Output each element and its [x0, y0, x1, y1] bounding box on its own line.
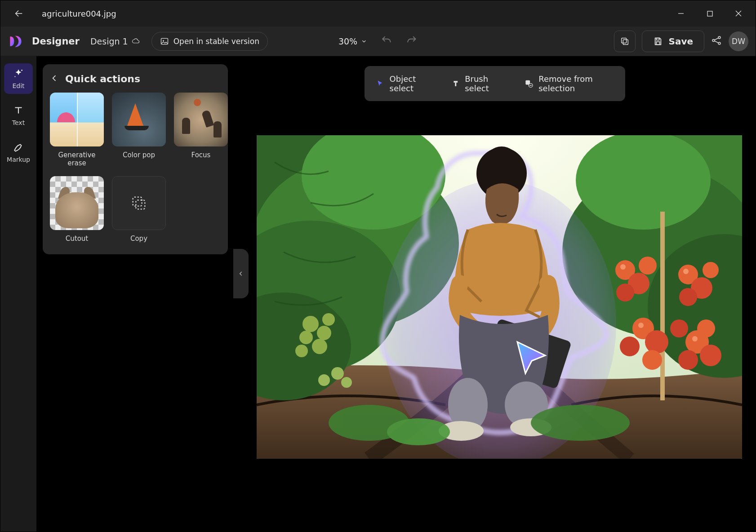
close-button[interactable]	[724, 0, 753, 27]
svg-point-12	[718, 42, 720, 44]
brush-select-button[interactable]: Brush select	[443, 69, 514, 98]
quick-actions-grid: Generative erase Color pop Focus	[50, 93, 221, 243]
action-generative-erase[interactable]: Generative erase	[50, 93, 104, 167]
avatar-initials: DW	[732, 37, 745, 46]
svg-point-53	[700, 345, 721, 366]
svg-point-60	[692, 336, 698, 341]
svg-rect-15	[136, 200, 145, 209]
svg-point-49	[645, 330, 668, 354]
svg-rect-16	[133, 197, 142, 206]
minimize-button[interactable]	[667, 0, 695, 27]
design-label: Design 1	[90, 36, 128, 46]
cursor-icon	[376, 79, 384, 89]
back-button[interactable]	[12, 7, 26, 20]
rail-label: Edit	[12, 82, 24, 89]
selection-toolbar: Object select Brush select Remove from s…	[365, 66, 625, 101]
quick-actions-panel: Quick actions Generative erase Color pop	[43, 64, 228, 254]
zoom-control[interactable]: 30%	[338, 36, 367, 46]
sparkle-icon	[13, 68, 24, 80]
svg-rect-6	[623, 40, 628, 44]
title-bar: agriculture004.jpg	[0, 0, 756, 27]
svg-rect-8	[657, 38, 659, 40]
open-stable-button[interactable]: Open in stable version	[151, 32, 268, 51]
svg-rect-7	[622, 38, 627, 43]
svg-point-28	[299, 331, 313, 344]
svg-point-10	[712, 39, 715, 41]
copy-button[interactable]	[614, 31, 636, 52]
maximize-button[interactable]	[695, 0, 724, 27]
svg-point-33	[318, 374, 330, 386]
object-select-button[interactable]: Object select	[367, 69, 441, 98]
svg-point-38	[576, 135, 711, 230]
left-rail: Edit Text Markup	[0, 56, 36, 532]
action-label: Focus	[191, 151, 211, 159]
image-icon	[160, 37, 169, 46]
action-color-pop[interactable]: Color pop	[112, 93, 166, 167]
svg-point-32	[331, 367, 344, 380]
svg-point-72	[531, 405, 630, 441]
toolbar-right: Save DW	[614, 31, 748, 52]
rail-item-markup[interactable]: Markup	[4, 137, 33, 168]
brush-icon	[452, 79, 460, 89]
user-avatar[interactable]: DW	[729, 31, 748, 51]
panel-title: Quick actions	[65, 73, 140, 84]
window-controls	[667, 0, 753, 27]
svg-point-50	[620, 337, 640, 356]
rail-label: Text	[12, 119, 25, 126]
rail-item-text[interactable]: Text	[4, 100, 33, 131]
svg-point-29	[312, 339, 327, 354]
design-name[interactable]: Design 1	[90, 36, 140, 46]
svg-point-58	[683, 269, 689, 274]
app-name: Designer	[32, 36, 80, 47]
svg-point-54	[678, 350, 698, 370]
svg-point-27	[317, 326, 331, 340]
file-name: agriculture004.jpg	[42, 9, 116, 18]
svg-point-30	[295, 345, 308, 357]
panel-collapse-button[interactable]	[233, 249, 249, 298]
redo-button[interactable]	[406, 35, 418, 48]
markup-icon	[13, 142, 24, 153]
action-focus[interactable]: Focus	[174, 93, 228, 167]
svg-point-55	[697, 319, 715, 337]
svg-point-14	[14, 76, 15, 77]
svg-rect-1	[707, 11, 712, 16]
svg-point-34	[341, 377, 352, 388]
svg-point-11	[718, 36, 720, 39]
sel-label: Remove from selection	[538, 74, 614, 93]
share-button[interactable]	[711, 35, 722, 48]
app-toolbar: Designer Design 1 Open in stable version…	[0, 27, 756, 56]
action-copy[interactable]: Copy	[112, 176, 166, 243]
action-cutout[interactable]: Cutout	[50, 176, 104, 243]
rail-label: Markup	[7, 156, 30, 163]
remove-selection-button[interactable]: Remove from selection	[516, 69, 623, 98]
remove-selection-icon	[525, 78, 533, 89]
toolbar-center: 30%	[338, 35, 418, 48]
canvas-area: Object select Brush select Remove from s…	[234, 56, 756, 532]
rail-item-edit[interactable]: Edit	[4, 63, 33, 94]
undo-button[interactable]	[381, 35, 392, 48]
action-label: Generative erase	[50, 151, 104, 167]
cloud-sync-icon	[132, 37, 140, 45]
copy-icon	[130, 194, 148, 212]
svg-point-43	[616, 284, 634, 301]
action-label: Cutout	[66, 235, 88, 243]
save-icon	[653, 36, 663, 46]
svg-point-5	[163, 40, 164, 41]
save-label: Save	[668, 36, 693, 47]
svg-point-13	[21, 70, 22, 71]
svg-point-57	[620, 264, 626, 270]
svg-point-26	[302, 316, 319, 332]
chevron-left-icon	[238, 270, 244, 277]
svg-point-73	[387, 418, 450, 445]
svg-rect-4	[161, 38, 168, 44]
svg-point-42	[639, 257, 657, 275]
save-button[interactable]: Save	[642, 31, 704, 52]
text-icon	[13, 105, 24, 116]
svg-point-47	[703, 262, 719, 278]
panel-back-button[interactable]	[50, 74, 59, 84]
main-area: Edit Text Markup Quick actions Generativ…	[0, 56, 756, 532]
image-stage[interactable]	[257, 135, 742, 459]
svg-point-31	[322, 313, 335, 326]
app-logo-icon	[8, 33, 24, 49]
svg-point-59	[638, 323, 644, 328]
